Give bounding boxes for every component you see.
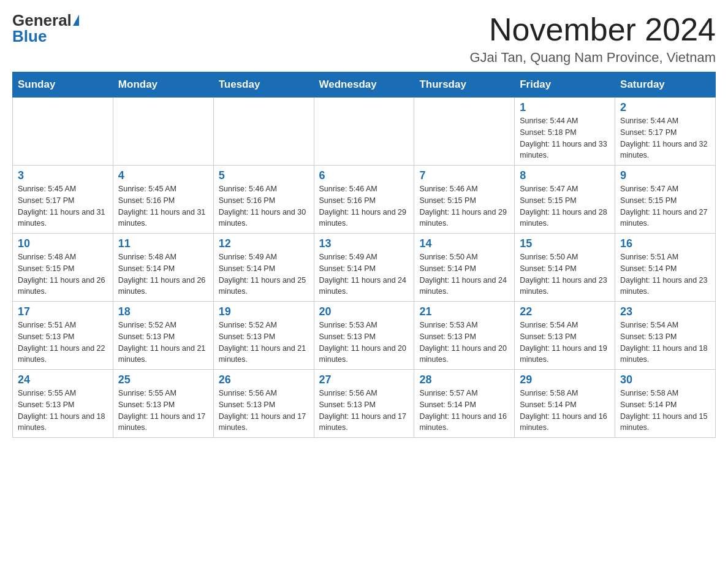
- day-number: 30: [620, 373, 710, 386]
- calendar-subtitle: GJai Tan, Quang Nam Province, Vietnam: [470, 50, 716, 66]
- calendar-cell: 14Sunrise: 5:50 AMSunset: 5:14 PMDayligh…: [414, 234, 515, 302]
- calendar-cell: 13Sunrise: 5:49 AMSunset: 5:14 PMDayligh…: [314, 234, 414, 302]
- calendar-cell: 15Sunrise: 5:50 AMSunset: 5:14 PMDayligh…: [515, 234, 615, 302]
- calendar-cell: 19Sunrise: 5:52 AMSunset: 5:13 PMDayligh…: [213, 302, 314, 370]
- day-info: Sunrise: 5:52 AMSunset: 5:13 PMDaylight:…: [219, 320, 309, 366]
- calendar-cell: [314, 98, 414, 166]
- day-number: 28: [419, 373, 509, 386]
- day-number: 17: [18, 305, 108, 318]
- day-info: Sunrise: 5:48 AMSunset: 5:15 PMDaylight:…: [18, 251, 108, 297]
- day-info: Sunrise: 5:45 AMSunset: 5:17 PMDaylight:…: [18, 183, 108, 229]
- calendar-cell: 28Sunrise: 5:57 AMSunset: 5:14 PMDayligh…: [414, 370, 515, 438]
- calendar-cell: 18Sunrise: 5:52 AMSunset: 5:13 PMDayligh…: [113, 302, 213, 370]
- weekday-header-wednesday: Wednesday: [314, 72, 414, 98]
- calendar-cell: [414, 98, 515, 166]
- calendar-cell: 4Sunrise: 5:45 AMSunset: 5:16 PMDaylight…: [113, 166, 213, 234]
- calendar-cell: 27Sunrise: 5:56 AMSunset: 5:13 PMDayligh…: [314, 370, 414, 438]
- day-number: 14: [419, 237, 509, 250]
- day-number: 25: [118, 373, 208, 386]
- calendar-cell: 29Sunrise: 5:58 AMSunset: 5:14 PMDayligh…: [515, 370, 615, 438]
- day-info: Sunrise: 5:56 AMSunset: 5:13 PMDaylight:…: [219, 388, 309, 434]
- day-number: 24: [18, 373, 108, 386]
- day-info: Sunrise: 5:46 AMSunset: 5:16 PMDaylight:…: [319, 183, 409, 229]
- calendar-cell: 9Sunrise: 5:47 AMSunset: 5:15 PMDaylight…: [615, 166, 716, 234]
- day-number: 21: [419, 305, 509, 318]
- day-number: 6: [319, 169, 409, 182]
- day-number: 23: [620, 305, 710, 318]
- weekday-header-sunday: Sunday: [13, 72, 113, 98]
- week-row-5: 24Sunrise: 5:55 AMSunset: 5:13 PMDayligh…: [13, 370, 716, 438]
- day-info: Sunrise: 5:45 AMSunset: 5:16 PMDaylight:…: [118, 183, 208, 229]
- day-info: Sunrise: 5:51 AMSunset: 5:14 PMDaylight:…: [620, 251, 710, 297]
- calendar-cell: 12Sunrise: 5:49 AMSunset: 5:14 PMDayligh…: [213, 234, 314, 302]
- week-row-2: 3Sunrise: 5:45 AMSunset: 5:17 PMDaylight…: [13, 166, 716, 234]
- day-number: 8: [520, 169, 610, 182]
- day-info: Sunrise: 5:53 AMSunset: 5:13 PMDaylight:…: [319, 320, 409, 366]
- day-info: Sunrise: 5:58 AMSunset: 5:14 PMDaylight:…: [620, 388, 710, 434]
- weekday-header-monday: Monday: [113, 72, 213, 98]
- day-info: Sunrise: 5:54 AMSunset: 5:13 PMDaylight:…: [620, 320, 710, 366]
- calendar-cell: 21Sunrise: 5:53 AMSunset: 5:13 PMDayligh…: [414, 302, 515, 370]
- logo-blue-text: Blue: [12, 28, 47, 44]
- calendar-cell: [113, 98, 213, 166]
- day-info: Sunrise: 5:58 AMSunset: 5:14 PMDaylight:…: [520, 388, 610, 434]
- day-number: 26: [219, 373, 309, 386]
- day-number: 4: [118, 169, 208, 182]
- calendar-cell: 22Sunrise: 5:54 AMSunset: 5:13 PMDayligh…: [515, 302, 615, 370]
- calendar-title: November 2024: [470, 12, 716, 47]
- day-info: Sunrise: 5:52 AMSunset: 5:13 PMDaylight:…: [118, 320, 208, 366]
- day-number: 3: [18, 169, 108, 182]
- calendar-cell: 25Sunrise: 5:55 AMSunset: 5:13 PMDayligh…: [113, 370, 213, 438]
- day-number: 9: [620, 169, 710, 182]
- calendar-cell: 3Sunrise: 5:45 AMSunset: 5:17 PMDaylight…: [13, 166, 113, 234]
- calendar-cell: 5Sunrise: 5:46 AMSunset: 5:16 PMDaylight…: [213, 166, 314, 234]
- calendar-cell: 10Sunrise: 5:48 AMSunset: 5:15 PMDayligh…: [13, 234, 113, 302]
- calendar-cell: 24Sunrise: 5:55 AMSunset: 5:13 PMDayligh…: [13, 370, 113, 438]
- day-info: Sunrise: 5:48 AMSunset: 5:14 PMDaylight:…: [118, 251, 208, 297]
- day-number: 1: [520, 101, 610, 114]
- day-number: 18: [118, 305, 208, 318]
- day-info: Sunrise: 5:53 AMSunset: 5:13 PMDaylight:…: [419, 320, 509, 366]
- weekday-header-saturday: Saturday: [615, 72, 716, 98]
- week-row-4: 17Sunrise: 5:51 AMSunset: 5:13 PMDayligh…: [13, 302, 716, 370]
- calendar-cell: 26Sunrise: 5:56 AMSunset: 5:13 PMDayligh…: [213, 370, 314, 438]
- day-info: Sunrise: 5:55 AMSunset: 5:13 PMDaylight:…: [18, 388, 108, 434]
- day-info: Sunrise: 5:51 AMSunset: 5:13 PMDaylight:…: [18, 320, 108, 366]
- logo-triangle-icon: [73, 15, 79, 26]
- week-row-3: 10Sunrise: 5:48 AMSunset: 5:15 PMDayligh…: [13, 234, 716, 302]
- calendar-cell: 16Sunrise: 5:51 AMSunset: 5:14 PMDayligh…: [615, 234, 716, 302]
- day-number: 10: [18, 237, 108, 250]
- calendar-table: SundayMondayTuesdayWednesdayThursdayFrid…: [12, 72, 716, 438]
- day-number: 20: [319, 305, 409, 318]
- day-info: Sunrise: 5:47 AMSunset: 5:15 PMDaylight:…: [620, 183, 710, 229]
- day-info: Sunrise: 5:55 AMSunset: 5:13 PMDaylight:…: [118, 388, 208, 434]
- page-header: General Blue November 2024 GJai Tan, Qua…: [12, 12, 716, 66]
- day-number: 12: [219, 237, 309, 250]
- day-info: Sunrise: 5:46 AMSunset: 5:16 PMDaylight:…: [219, 183, 309, 229]
- day-number: 11: [118, 237, 208, 250]
- day-number: 29: [520, 373, 610, 386]
- calendar-cell: 2Sunrise: 5:44 AMSunset: 5:17 PMDaylight…: [615, 98, 716, 166]
- calendar-cell: 30Sunrise: 5:58 AMSunset: 5:14 PMDayligh…: [615, 370, 716, 438]
- calendar-cell: 20Sunrise: 5:53 AMSunset: 5:13 PMDayligh…: [314, 302, 414, 370]
- calendar-cell: [213, 98, 314, 166]
- day-info: Sunrise: 5:50 AMSunset: 5:14 PMDaylight:…: [520, 251, 610, 297]
- calendar-cell: 1Sunrise: 5:44 AMSunset: 5:18 PMDaylight…: [515, 98, 615, 166]
- day-number: 13: [319, 237, 409, 250]
- day-info: Sunrise: 5:44 AMSunset: 5:17 PMDaylight:…: [620, 115, 710, 161]
- day-info: Sunrise: 5:49 AMSunset: 5:14 PMDaylight:…: [219, 251, 309, 297]
- logo-general-text: General: [12, 12, 72, 28]
- weekday-header-tuesday: Tuesday: [213, 72, 314, 98]
- day-number: 19: [219, 305, 309, 318]
- calendar-cell: 11Sunrise: 5:48 AMSunset: 5:14 PMDayligh…: [113, 234, 213, 302]
- day-info: Sunrise: 5:50 AMSunset: 5:14 PMDaylight:…: [419, 251, 509, 297]
- calendar-cell: 6Sunrise: 5:46 AMSunset: 5:16 PMDaylight…: [314, 166, 414, 234]
- calendar-cell: [13, 98, 113, 166]
- day-info: Sunrise: 5:49 AMSunset: 5:14 PMDaylight:…: [319, 251, 409, 297]
- calendar-cell: 23Sunrise: 5:54 AMSunset: 5:13 PMDayligh…: [615, 302, 716, 370]
- day-number: 22: [520, 305, 610, 318]
- day-info: Sunrise: 5:56 AMSunset: 5:13 PMDaylight:…: [319, 388, 409, 434]
- logo: General Blue: [12, 12, 79, 44]
- day-info: Sunrise: 5:44 AMSunset: 5:18 PMDaylight:…: [520, 115, 610, 161]
- calendar-cell: 17Sunrise: 5:51 AMSunset: 5:13 PMDayligh…: [13, 302, 113, 370]
